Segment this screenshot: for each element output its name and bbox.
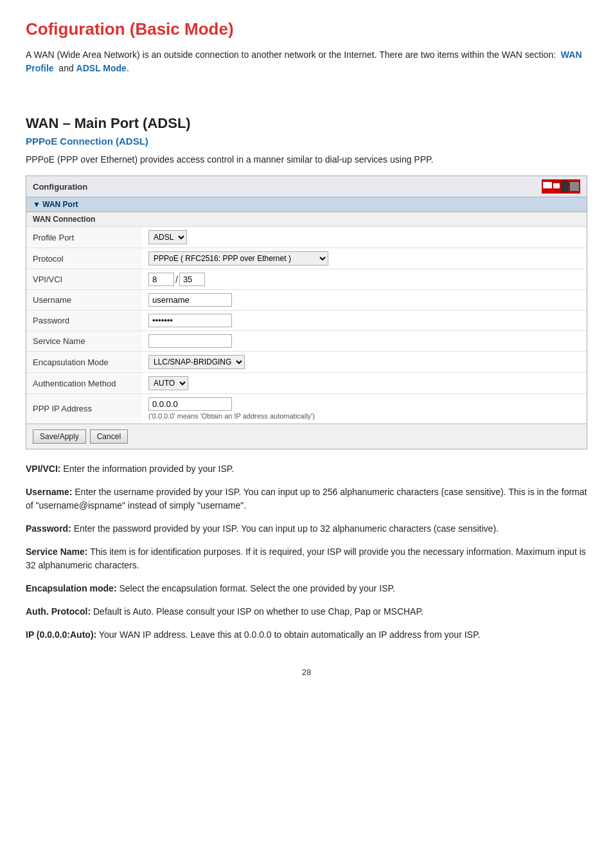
page-number: 28 (26, 667, 587, 677)
encapsulation-label: Encapsulation Mode (26, 352, 142, 373)
auth-method-label: Authentication Method (26, 373, 142, 394)
desc-encapsulation: Encapsulation mode: Select the encapsula… (26, 582, 587, 596)
protocol-select[interactable]: PPPoE ( RFC2516: PPP over Ethernet ) (148, 251, 328, 266)
service-name-row: Service Name (26, 331, 587, 352)
password-label: Password (26, 311, 142, 331)
desc-service-name: Service Name: This item is for identific… (26, 545, 587, 573)
descriptions-block: VPI/VCI: Enter the information provided … (26, 462, 587, 642)
ppp-ip-label: PPP IP Address (26, 394, 142, 424)
desc-auth-protocol: Auth. Protocol: Default is Auto. Please … (26, 605, 587, 619)
desc-password-text: Enter the password provided by your ISP.… (74, 523, 499, 534)
vci-input[interactable] (179, 273, 205, 286)
service-name-label: Service Name (26, 331, 142, 352)
profile-port-select[interactable]: ADSL (148, 230, 187, 244)
service-name-input[interactable] (148, 334, 232, 348)
desc-password-term: Password: (26, 523, 71, 534)
button-area: Save/Apply Cancel (26, 424, 587, 449)
desc-vpi-vci: VPI/VCI: Enter the information provided … (26, 462, 587, 476)
encapsulation-select[interactable]: LLC/SNAP-BRIDGING (148, 355, 245, 369)
vpi-vci-row: VPI/VCI / (26, 269, 587, 290)
adsl-mode-link[interactable]: ADSL Mode (76, 63, 127, 73)
desc-auth-protocol-text: Default is Auto. Please consult your ISP… (93, 606, 423, 617)
desc-ip-term: IP (0.0.0.0:Auto): (26, 629, 96, 640)
desc-auth-protocol-term: Auth. Protocol: (26, 606, 91, 617)
vpi-input[interactable] (148, 273, 174, 286)
desc-password: Password: Enter the password provided by… (26, 522, 587, 536)
username-label: Username (26, 290, 142, 311)
intro-text: A WAN (Wide Area Network) is an outside … (26, 48, 587, 75)
auth-method-row: Authentication Method AUTO (26, 373, 587, 394)
desc-vpi-vci-term: VPI/VCI: (26, 464, 60, 474)
cancel-button[interactable]: Cancel (90, 429, 128, 444)
vpi-vci-label: VPI/VCI (26, 269, 142, 290)
encapsulation-row: Encapsulation Mode LLC/SNAP-BRIDGING (26, 352, 587, 373)
wan-port-header: ▼ WAN Port (26, 197, 587, 212)
desc-username: Username: Enter the username provided by… (26, 485, 587, 513)
password-input[interactable] (148, 314, 232, 327)
vpi-vci-separator: / (175, 275, 178, 285)
ppp-ip-note: ('0.0.0.0' means 'Obtain an IP address a… (148, 412, 580, 420)
svg-rect-1 (543, 182, 552, 188)
ppp-ip-row: PPP IP Address ('0.0.0.0' means 'Obtain … (26, 394, 587, 424)
desc-encapsulation-text: Select the encapsulation format. Select … (119, 583, 395, 593)
save-apply-button[interactable]: Save/Apply (33, 429, 86, 444)
page-title: Cofiguration (Basic Mode) (26, 19, 587, 39)
ppp-ip-input[interactable] (148, 397, 232, 411)
wan-connection-header: WAN Connection (26, 212, 587, 227)
subsection-desc: PPPoE (PPP over Ethernet) provides acces… (26, 153, 587, 167)
desc-ip: IP (0.0.0.0:Auto): Your WAN IP address. … (26, 628, 587, 642)
desc-encapsulation-term: Encapsulation mode: (26, 583, 117, 593)
configuration-box: Configuration ▼ WAN Port WAN Connection … (26, 176, 587, 449)
protocol-row: Protocol PPPoE ( RFC2516: PPP over Ether… (26, 248, 587, 269)
section-title: WAN – Main Port (ADSL) (26, 115, 587, 132)
desc-vpi-vci-text: Enter the information provided by your I… (63, 464, 234, 474)
username-input[interactable] (148, 293, 232, 307)
username-row: Username (26, 290, 587, 311)
config-form-table: Profile Port ADSL Protocol PPPoE ( RFC25… (26, 227, 587, 424)
config-header-label: Configuration (33, 182, 87, 192)
profile-port-row: Profile Port ADSL (26, 227, 587, 248)
svg-rect-4 (570, 182, 579, 191)
password-row: Password (26, 311, 587, 331)
protocol-label: Protocol (26, 248, 142, 269)
config-header: Configuration (26, 176, 587, 197)
svg-rect-3 (561, 181, 569, 192)
desc-service-name-term: Service Name: (26, 547, 88, 557)
desc-service-name-text: This item is for identification purposes… (26, 547, 586, 571)
svg-rect-2 (553, 183, 560, 188)
subsection-title: PPPoE Connection (ADSL) (26, 136, 587, 147)
desc-username-term: Username: (26, 487, 72, 497)
vpi-vci-inputs: / (148, 273, 580, 286)
network-icon (542, 179, 580, 194)
config-header-icons (542, 179, 580, 194)
auth-method-select[interactable]: AUTO (148, 376, 188, 390)
profile-port-label: Profile Port (26, 227, 142, 248)
desc-ip-text: Your WAN IP address. Leave this at 0.0.0… (99, 629, 481, 640)
desc-username-text: Enter the username provided by your ISP.… (26, 487, 587, 511)
